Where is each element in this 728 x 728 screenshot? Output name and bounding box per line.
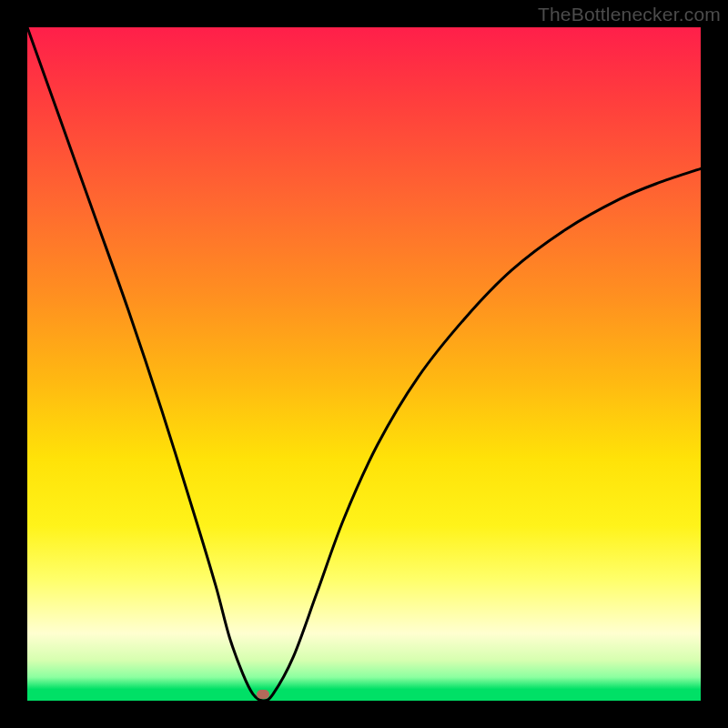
chart-frame: TheBottlenecker.com — [0, 0, 728, 728]
minimum-marker — [257, 690, 269, 699]
plot-area — [27, 27, 701, 701]
bottleneck-curve — [27, 27, 701, 701]
watermark-text: TheBottlenecker.com — [538, 4, 721, 25]
